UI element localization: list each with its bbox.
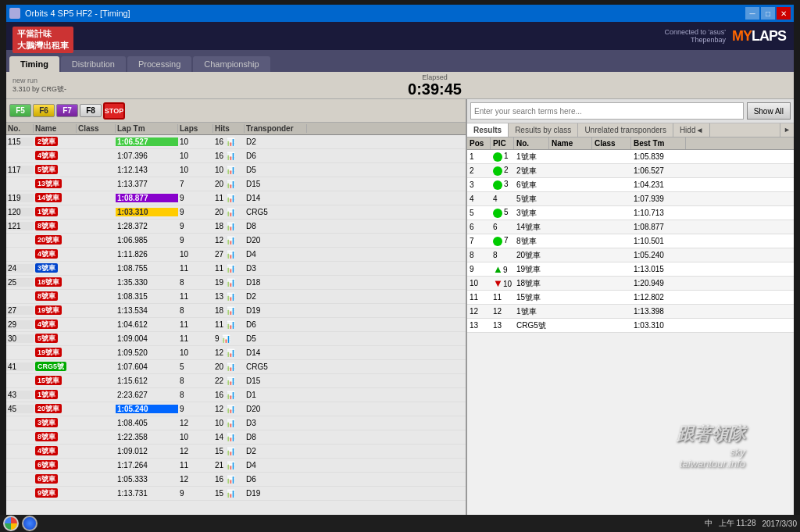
results-row: 10 ▼10 18號車 1:20.949	[467, 277, 794, 291]
table-row: 115 2號車 1:06.527 10 16 📊 D2	[6, 135, 466, 149]
col-class: Class	[592, 137, 631, 149]
table-row: 4號車 1:11.826 10 27 📊 D4	[6, 248, 466, 262]
window-title: Orbits 4 SP5 HF2 - [Timing]	[25, 9, 130, 18]
table-row: 3號車 1:08.405 12 10 📊 D3	[6, 416, 466, 430]
elapsed-time: 0:39:45	[82, 81, 788, 97]
clock-time: 上午 11:28	[719, 518, 756, 529]
table-row: 30 5號車 1:09.004 11 9 📊 D5	[6, 332, 466, 346]
tab-championship[interactable]: Championship	[193, 56, 270, 72]
taskbar-right: 中 上午 11:28 2017/3/30	[705, 518, 797, 529]
taskbar: 中 上午 11:28 2017/3/30	[0, 515, 800, 532]
results-row: 2 2 2號車 1:06.527	[467, 164, 794, 178]
session-bar: new run 3.310 by CRG號- Elapsed 0:39:45	[6, 72, 794, 99]
table-row: 6號車 1:05.333 12 16 📊 D6	[6, 473, 466, 487]
results-row: 13 13 CRG5號 1:03.310	[467, 319, 794, 333]
table-row: 8號車 1:22.358 10 14 📊 D8	[6, 430, 466, 445]
col-no: No.	[514, 137, 549, 149]
close-button[interactable]: ✕	[777, 7, 791, 20]
table-row: 4號車 1:09.012 12 15 📊 D2	[6, 445, 466, 459]
table-row: 20號車 1:06.985 9 12 📊 D20	[6, 234, 466, 248]
col-name: Name	[34, 124, 77, 133]
results-body: 1 1 1號車 1:05.839 2 2 2號車	[467, 150, 794, 516]
table-row: 41 CRG5號 1:07.604 5 20 📊 CRG5	[6, 360, 466, 374]
title-bar: Orbits 4 SP5 HF2 - [Timing] ─ □ ✕	[6, 5, 794, 22]
mylaps-logo: MYLAPS	[732, 28, 786, 45]
table-row: 45 20號車 1:05.240 9 12 📊 D20	[6, 402, 466, 416]
table-row: 9號車 1:13.731 9 15 📊 D19	[6, 487, 466, 501]
fkeys-bar: F5 F6 F7 F8 STOP	[6, 99, 466, 123]
table-row: 6號車 1:17.264 11 21 📊 D4	[6, 459, 466, 473]
app-icon	[9, 8, 20, 19]
col-pic: PIC	[491, 137, 514, 149]
table-row: 121 8號車 1:28.372 9 18 📊 D8	[6, 220, 466, 234]
col-class: Class	[77, 124, 116, 133]
table-row: 24 3號車 1:08.755 11 11 📊 D3	[6, 262, 466, 276]
tab-timing[interactable]: Timing	[9, 56, 59, 72]
clock-date: 2017/3/30	[762, 520, 798, 528]
arrow-down-icon: ▼	[493, 277, 503, 289]
table-row: 29 4號車 1:04.612 11 11 📊 D6	[6, 318, 466, 332]
results-row: 4 4 5號車 1:07.939	[467, 192, 794, 206]
results-row: 8 8 20號車 1:05.240	[467, 248, 794, 262]
nav-tabs: Timing Distribution Processing Champions…	[6, 50, 794, 72]
results-row: 5 5 3號車 1:10.713	[467, 206, 794, 220]
best-info: 3.310 by CRG號-	[12, 84, 66, 95]
taskbar-icon-2[interactable]	[22, 516, 38, 531]
table-row: 4號車 1:07.396 10 16 📊 D6	[6, 149, 466, 163]
col-best-tm: Best Tm	[631, 137, 686, 149]
table-row: 27 19號車 1:13.534 8 18 📊 D19	[6, 304, 466, 318]
new-run-label: new run	[12, 77, 66, 84]
taskbar-left	[3, 516, 38, 531]
col-transponder: Transponder	[245, 124, 307, 133]
results-tabs: Results Results by class Unrelated trans…	[467, 123, 794, 137]
results-row: 12 12 1號車 1:13.398	[467, 305, 794, 319]
search-bar: Show All	[467, 99, 794, 123]
restore-button[interactable]: □	[761, 7, 775, 20]
arrow-up-icon: ▲	[493, 263, 503, 275]
table-row: 120 1號車 1:03.310 9 20 📊 CRG5	[6, 205, 466, 220]
col-laps: Laps	[178, 124, 213, 133]
tab-hidden[interactable]: Hidd◄	[673, 123, 710, 137]
tab-distribution[interactable]: Distribution	[61, 56, 126, 72]
results-nav-arrow[interactable]: ►	[780, 123, 794, 137]
f6-button[interactable]: F6	[33, 104, 55, 117]
minimize-button[interactable]: ─	[745, 7, 759, 20]
table-header: No. Name Class Lap Tm Laps Hits Transpon…	[6, 123, 466, 135]
results-row: 7 7 8號車 1:10.501	[467, 234, 794, 248]
col-no: No.	[6, 124, 34, 133]
search-input[interactable]	[470, 102, 744, 120]
tab-unrelated-transponders[interactable]: Unrelated transponders	[578, 123, 673, 137]
table-row: 43 1號車 2:23.627 8 16 📊 D1	[6, 388, 466, 402]
results-row: 1 1 1號車 1:05.839	[467, 150, 794, 164]
results-row: 9 ▲9 19號車 1:13.015	[467, 262, 794, 277]
system-tray: 中	[705, 518, 712, 529]
results-table-header: Pos PIC No. Name Class Best Tm	[467, 137, 794, 150]
chrome-icon[interactable]	[3, 516, 19, 531]
col-hits: Hits	[213, 124, 245, 133]
tab-results-by-class[interactable]: Results by class	[509, 123, 578, 137]
stop-button[interactable]: STOP	[103, 102, 125, 120]
header-bar: 平當計味大鵬灣出租車 Connected to 'asus' Thepenbay…	[6, 22, 794, 50]
table-row: 119 14號車 1:08.877 9 11 📊 D14	[6, 191, 466, 205]
table-row: 19號車 1:09.520 10 12 📊 D14	[6, 346, 466, 360]
results-row: 11 11 15號車 1:12.802	[467, 291, 794, 305]
results-row: 6 6 14號車 1:08.877	[467, 220, 794, 234]
f8-button[interactable]: F8	[80, 104, 102, 117]
tab-results[interactable]: Results	[467, 123, 509, 137]
connected-text: Connected to 'asus' Thepenbay	[664, 28, 726, 44]
timing-table-body: 115 2號車 1:06.527 10 16 📊 D2 4號車	[6, 135, 466, 516]
results-row: 3 3 6號車 1:04.231	[467, 178, 794, 192]
table-row: 15號車 1:15.612 8 22 📊 D15	[6, 374, 466, 388]
f5-button[interactable]: F5	[9, 104, 31, 117]
table-row: 13號車 1:13.377 7 20 📊 D15	[6, 177, 466, 191]
table-row: 8號車 1:08.315 11 13 📊 D2	[6, 290, 466, 304]
col-pos: Pos	[467, 137, 491, 149]
col-name: Name	[549, 137, 592, 149]
show-all-button[interactable]: Show All	[747, 102, 791, 120]
table-row: 117 5號車 1:12.143 10 10 📊 D5	[6, 163, 466, 177]
f7-button[interactable]: F7	[56, 104, 78, 117]
table-row: 25 18號車 1:35.330 8 19 📊 D18	[6, 276, 466, 290]
col-laptm: Lap Tm	[116, 124, 178, 133]
tab-processing[interactable]: Processing	[127, 56, 191, 72]
